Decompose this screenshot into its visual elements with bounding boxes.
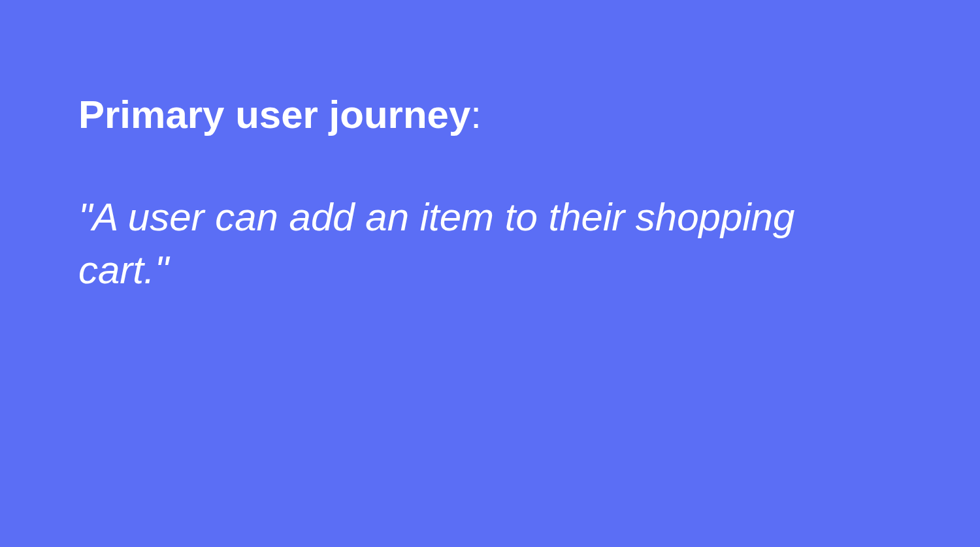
slide-quote: "A user can add an item to their shoppin…	[78, 191, 797, 296]
heading-suffix: :	[470, 93, 482, 136]
slide-container: Primary user journey: "A user can add an…	[0, 0, 980, 547]
heading-label: Primary user journey	[78, 93, 470, 136]
slide-heading: Primary user journey:	[78, 91, 902, 138]
